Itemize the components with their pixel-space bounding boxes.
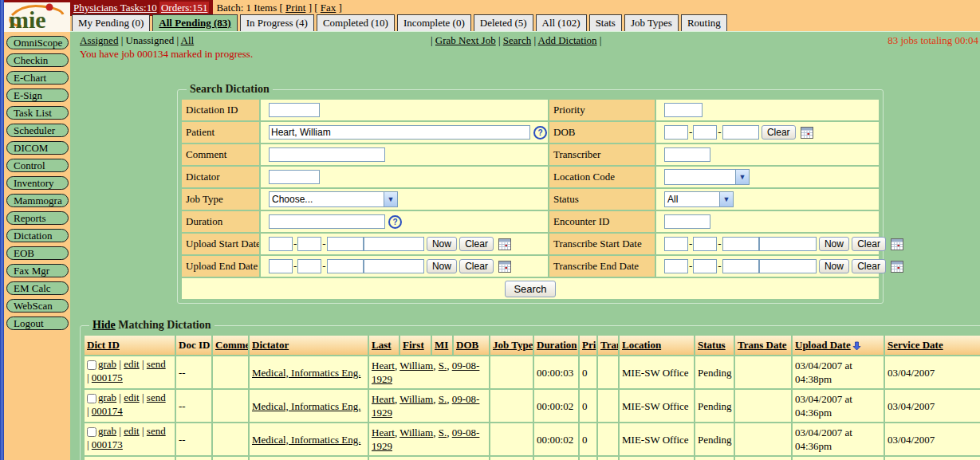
grab-next-job-link[interactable]: Grab Next Job xyxy=(435,34,496,46)
dob-month-input[interactable] xyxy=(664,125,688,140)
upload-start-month-input[interactable] xyxy=(269,237,293,251)
send-link[interactable]: send xyxy=(147,358,166,370)
transcriber-input[interactable] xyxy=(664,147,710,162)
sidebar-item-scheduler[interactable]: Scheduler xyxy=(6,124,69,137)
transcribe-start-now-button[interactable]: Now xyxy=(819,237,849,251)
dict-id-link[interactable]: 000175 xyxy=(92,372,123,383)
assigned-link[interactable]: Assigned xyxy=(80,34,118,46)
patient-input[interactable] xyxy=(269,125,530,140)
col-dict-id[interactable]: Dict ID xyxy=(85,336,175,355)
transcribe-start-month-input[interactable] xyxy=(664,237,688,251)
sidebar-item-dicom[interactable]: DICOM xyxy=(6,141,69,155)
sidebar-item-webscan[interactable]: WebScan xyxy=(6,299,69,313)
upload-end-month-input[interactable] xyxy=(269,259,293,273)
upload-start-now-button[interactable]: Now xyxy=(427,237,457,251)
print-link[interactable]: Print xyxy=(285,2,305,14)
edit-link[interactable]: edit xyxy=(124,391,140,403)
tab-my-pending[interactable]: My Pending (0) xyxy=(72,14,150,31)
orders-link[interactable]: Orders:151 xyxy=(159,2,210,14)
transcribe-start-clear-button[interactable]: Clear xyxy=(852,237,886,251)
tab-completed[interactable]: Completed (10) xyxy=(317,14,395,31)
dob-year-input[interactable] xyxy=(722,125,759,140)
col-upload-date[interactable]: Upload Date xyxy=(793,336,884,355)
calendar-icon[interactable] xyxy=(891,238,903,250)
transcribe-end-clear-button[interactable]: Clear xyxy=(852,259,886,273)
duration-input[interactable] xyxy=(269,214,385,229)
dictator-link[interactable]: Medical, Informatics Eng. xyxy=(252,367,360,379)
calendar-icon[interactable] xyxy=(891,261,903,273)
dictator-link[interactable]: Medical, Informatics Eng. xyxy=(252,434,360,446)
dob-clear-button[interactable]: Clear xyxy=(762,125,796,140)
priority-input[interactable] xyxy=(664,103,703,117)
patient-last-link[interactable]: Heart xyxy=(372,360,395,372)
sidebar-item-task-list[interactable]: Task List xyxy=(6,106,69,120)
tab-deleted[interactable]: Deleted (5) xyxy=(474,14,533,31)
help-icon[interactable]: ? xyxy=(533,126,547,140)
help-icon[interactable]: ? xyxy=(388,215,402,229)
edit-link[interactable]: edit xyxy=(124,425,140,437)
transcribe-start-year-input[interactable] xyxy=(722,237,759,251)
upload-end-year-input[interactable] xyxy=(327,259,364,273)
fax-link[interactable]: Fax xyxy=(321,2,337,14)
dictation-id-input[interactable] xyxy=(269,103,320,117)
patient-last-link[interactable]: Heart xyxy=(372,427,395,438)
row-checkbox[interactable] xyxy=(87,427,96,437)
job-type-select[interactable]: Choose...▼ xyxy=(269,191,398,207)
tab-incomplete[interactable]: Incomplete (0) xyxy=(397,14,471,31)
grab-link[interactable]: grab xyxy=(98,425,116,437)
col-first[interactable]: First xyxy=(400,336,431,355)
patient-mi-link[interactable]: S. xyxy=(439,360,447,372)
location-code-select[interactable]: ▼ xyxy=(664,169,750,185)
col-job-type[interactable]: Job Type xyxy=(490,336,533,355)
tab-routing[interactable]: Routing xyxy=(681,14,727,31)
col-trans[interactable]: Trans xyxy=(598,336,618,355)
sidebar-item-checkin[interactable]: Checkin xyxy=(6,53,69,67)
patient-mi-link[interactable]: S. xyxy=(439,427,447,438)
sidebar-item-inventory[interactable]: Inventory xyxy=(6,176,69,190)
transcribe-end-time-input[interactable] xyxy=(759,259,817,273)
sidebar-item-echart[interactable]: E-Chart xyxy=(6,71,69,85)
sidebar-item-eob[interactable]: EOB xyxy=(6,246,69,260)
upload-start-clear-button[interactable]: Clear xyxy=(459,237,494,251)
upload-start-year-input[interactable] xyxy=(327,237,364,251)
col-dictator[interactable]: Dictator xyxy=(250,336,368,355)
grab-link[interactable]: grab xyxy=(98,358,116,370)
edit-link[interactable]: edit xyxy=(124,358,140,370)
comment-input[interactable] xyxy=(269,147,385,162)
sidebar-item-reports[interactable]: Reports xyxy=(6,211,69,225)
send-link[interactable]: send xyxy=(147,391,166,403)
patient-mi-link[interactable]: S. xyxy=(439,393,447,405)
hide-link[interactable]: Hide xyxy=(92,319,116,331)
col-mi[interactable]: MI xyxy=(432,336,452,355)
tab-all[interactable]: All (102) xyxy=(536,14,587,31)
col-dob[interactable]: DOB xyxy=(454,336,489,355)
col-service-date[interactable]: Service Date xyxy=(885,336,980,355)
dict-id-link[interactable]: 000173 xyxy=(92,438,123,450)
search-button[interactable]: Search xyxy=(505,281,555,297)
dob-day-input[interactable] xyxy=(693,125,717,140)
tab-all-pending[interactable]: All Pending (83) xyxy=(152,14,237,31)
patient-first-link[interactable]: William xyxy=(399,360,433,372)
upload-end-now-button[interactable]: Now xyxy=(427,259,457,273)
dict-id-link[interactable]: 000174 xyxy=(92,405,123,417)
col-status[interactable]: Status xyxy=(695,336,734,355)
transcribe-end-month-input[interactable] xyxy=(664,259,688,273)
send-link[interactable]: send xyxy=(147,425,166,437)
col-location[interactable]: Location xyxy=(620,336,694,355)
transcribe-end-year-input[interactable] xyxy=(722,259,759,273)
col-comment[interactable]: Comment xyxy=(213,336,248,355)
status-select[interactable]: All▼ xyxy=(664,191,734,207)
encounter-id-input[interactable] xyxy=(664,214,710,229)
col-duration[interactable]: Duration xyxy=(534,336,578,355)
row-checkbox[interactable] xyxy=(87,394,96,403)
sidebar-item-esign[interactable]: E-Sign xyxy=(6,88,69,102)
transcribe-start-time-input[interactable] xyxy=(759,237,817,251)
dictator-link[interactable]: Medical, Informatics Eng. xyxy=(252,400,360,412)
sidebar-item-dictation[interactable]: Dictation xyxy=(6,229,69,242)
upload-start-day-input[interactable] xyxy=(297,237,321,251)
sidebar-item-fax-mgr[interactable]: Fax Mgr xyxy=(6,264,69,277)
calendar-icon[interactable] xyxy=(498,238,511,250)
col-trans-date[interactable]: Trans Date xyxy=(735,336,791,355)
sidebar-item-logout[interactable]: Logout xyxy=(6,316,69,330)
dictator-input[interactable] xyxy=(269,170,320,184)
